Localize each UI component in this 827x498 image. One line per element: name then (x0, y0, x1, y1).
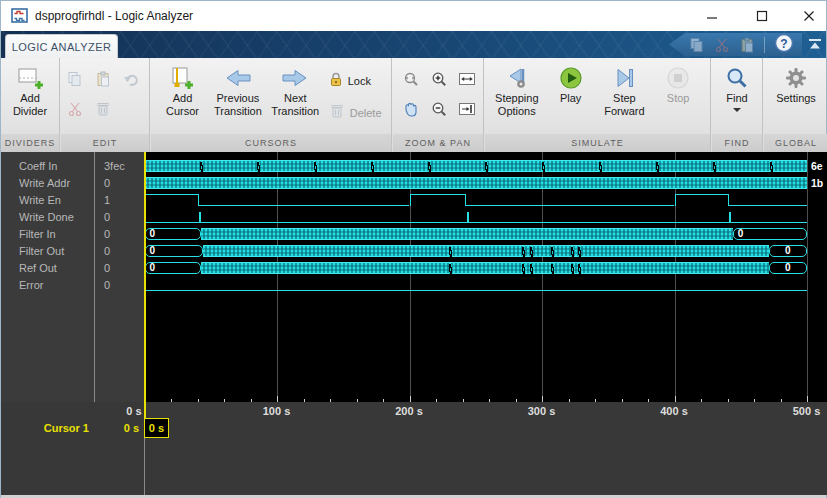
signal-name[interactable]: Filter In (19, 226, 56, 243)
section-edit: EDIT (61, 58, 150, 152)
bus-busy-segment (145, 177, 808, 189)
fit-to-view-icon[interactable] (458, 70, 476, 92)
delete-cursor-button[interactable]: Delete (329, 100, 382, 126)
step-forward-label-2: Forward (604, 105, 644, 117)
stop-button[interactable]: Stop (656, 58, 700, 105)
signal-name[interactable]: Write Addr (19, 175, 70, 192)
signal-name[interactable]: Coeff In (19, 158, 57, 175)
zoom-in-icon[interactable] (430, 70, 448, 92)
trash-icon (329, 103, 345, 123)
bit-low-segment (199, 205, 410, 207)
titlebar: dspprogfirhdl - Logic Analyzer (1, 1, 826, 31)
time-gridline (410, 152, 411, 402)
signal-row[interactable]: Ref Out0 (1, 260, 144, 277)
signal-row[interactable]: Write Done0 (1, 209, 144, 226)
step-forward-icon (611, 64, 637, 92)
bus-transition-marker (428, 162, 431, 172)
undo-icon[interactable] (123, 71, 139, 91)
maximize-button[interactable] (747, 1, 777, 31)
bus-value-segment: 0 (145, 245, 203, 257)
section-label-simulate: SIMULATE (485, 134, 710, 152)
waveform-canvas[interactable]: 6e1b000000 (144, 152, 827, 402)
find-button[interactable]: Find (715, 58, 759, 116)
bit-low-segment (729, 205, 807, 207)
help-icon[interactable]: ? (774, 33, 794, 57)
tab-logic-analyzer[interactable]: LOGIC ANALYZER (5, 34, 118, 58)
lock-button[interactable]: Lock (329, 68, 382, 94)
paste-icon[interactable] (95, 71, 111, 91)
copy-icon[interactable] (67, 71, 83, 91)
cut-icon[interactable] (67, 101, 83, 121)
cut-icon[interactable] (714, 37, 730, 53)
add-cursor-label-1: Add (173, 92, 193, 104)
bit-high-segment (410, 194, 467, 206)
zoom-out-icon[interactable] (430, 100, 448, 122)
paste-icon[interactable] (739, 37, 755, 53)
signal-value: 0 (104, 277, 110, 294)
add-cursor-label-2: Cursor (166, 105, 199, 117)
signal-name[interactable]: Write En (19, 192, 61, 209)
bus-transition-marker (522, 264, 525, 274)
stepping-options-button[interactable]: SteppingOptions (495, 58, 539, 118)
find-icon (724, 64, 750, 92)
play-button[interactable]: Play (549, 58, 593, 105)
bus-transition-marker (449, 264, 452, 274)
signal-row[interactable]: Error0 (1, 277, 144, 294)
previous-transition-button[interactable]: PreviousTransition (214, 58, 262, 118)
time-gridline (807, 152, 808, 402)
next-transition-button[interactable]: NextTransition (271, 58, 319, 118)
signal-name[interactable]: Error (19, 277, 43, 294)
app-icon (11, 8, 29, 28)
axis-tick-label: 200 s (387, 405, 431, 417)
next-transition-label-2: Transition (271, 105, 319, 117)
pan-icon[interactable] (401, 100, 421, 122)
section-cursors: AddCursor PreviousTransition NextTransit… (151, 58, 392, 152)
signal-name[interactable]: Ref Out (19, 260, 57, 277)
arrow-left-icon (224, 64, 252, 92)
signal-row[interactable]: Filter Out0 (1, 243, 144, 260)
bus-transition-marker (551, 264, 554, 274)
bit-high-segment (145, 194, 199, 206)
bus-busy-segment (203, 245, 769, 257)
signal-row[interactable]: Write Addr0 (1, 175, 144, 192)
section-dividers: AddDivider DIVIDERS (1, 58, 60, 152)
bus-value-label: 0 (146, 246, 160, 256)
signal-row[interactable]: Filter In0 (1, 226, 144, 243)
step-forward-button[interactable]: StepForward (602, 58, 646, 118)
bit-low-segment (145, 290, 808, 292)
zoom-in-time-icon[interactable] (402, 70, 420, 92)
collapse-ribbon-icon[interactable] (807, 37, 823, 55)
time-cursor-line[interactable] (144, 152, 146, 402)
signal-row[interactable]: Write En1 (1, 192, 144, 209)
signal-name[interactable]: Filter Out (19, 243, 64, 260)
signal-row[interactable]: Coeff In3fec (1, 158, 144, 175)
bus-transition-marker (656, 162, 659, 172)
find-label: Find (726, 92, 747, 105)
add-divider-button[interactable]: AddDivider (8, 58, 52, 118)
signal-names-panel: Coeff In3fecWrite Addr0Write En1Write Do… (1, 152, 144, 402)
cursor-line-stub (144, 402, 146, 418)
zoom-to-cursor-icon[interactable] (458, 100, 476, 122)
time-gridline (277, 152, 278, 402)
copy-icon[interactable] (689, 37, 705, 53)
bus-busy-segment (145, 160, 808, 172)
settings-button[interactable]: Settings (774, 58, 818, 105)
add-divider-label-1: Add (20, 92, 40, 104)
section-label-zoom-pan: ZOOM & PAN (393, 134, 483, 152)
axis-tick-label: 0 s (112, 405, 156, 417)
bus-transition-marker (542, 162, 545, 172)
close-button[interactable] (794, 1, 824, 31)
bit-pulse (729, 212, 731, 223)
cursor-row-label[interactable]: Cursor 1 (1, 419, 89, 438)
bus-transition-marker (530, 247, 533, 257)
minimize-button[interactable] (697, 1, 727, 31)
delete-icon[interactable] (95, 101, 111, 121)
bus-transition-marker (530, 264, 533, 274)
add-cursor-button[interactable]: AddCursor (160, 58, 204, 118)
bus-transition-marker (770, 162, 773, 172)
bit-high-segment (675, 194, 729, 206)
cursor-flag[interactable]: 0 s (144, 418, 169, 438)
axis-panel: 0 s100 s200 s300 s400 s500 s Cursor 1 0 … (1, 402, 827, 495)
bus-end-value: 6e (811, 160, 823, 172)
signal-name[interactable]: Write Done (19, 209, 74, 226)
